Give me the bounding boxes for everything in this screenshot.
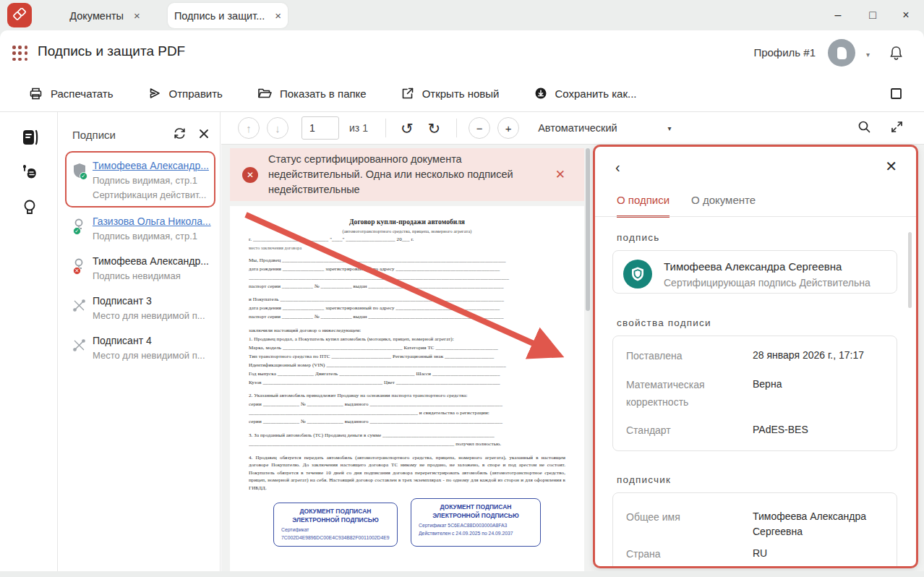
tab-bar: Документы × Подпись и защит... × – □ ×: [0, 0, 924, 30]
window-minimize-button[interactable]: –: [821, 0, 855, 30]
save-as-button[interactable]: Сохранить как...: [534, 87, 637, 100]
signature-item-1[interactable]: ✓ Тимофеева Александр... Подпись видимая…: [62, 160, 217, 200]
folder-icon: [257, 87, 272, 100]
search-icon[interactable]: [857, 120, 871, 137]
details-tabs: О подписи О документе: [617, 194, 756, 218]
signature-name[interactable]: Тимофеева Александр...: [93, 255, 217, 267]
send-button[interactable]: Отправить: [148, 87, 223, 100]
print-button[interactable]: Распечатать: [29, 87, 114, 101]
viewer-scrollbar[interactable]: [586, 148, 590, 311]
attachments-rail-icon[interactable]: [20, 163, 39, 181]
signature-name-link[interactable]: Тимофеева Александр...: [93, 160, 217, 171]
rotate-right-icon[interactable]: ↻: [428, 121, 441, 136]
signature-name[interactable]: Подписант 4: [93, 335, 217, 346]
signature-item-5[interactable]: Подписант 4 Место для невидимой п...: [62, 335, 217, 361]
print-label: Распечатать: [51, 87, 114, 100]
page-up-button[interactable]: ↑: [238, 117, 260, 139]
signature-item-2[interactable]: ✓ Газизова Ольга Никола... Подпись видим…: [62, 215, 217, 242]
tab-documents[interactable]: Документы ×: [43, 3, 166, 28]
show-in-folder-button[interactable]: Показать в папке: [257, 87, 367, 100]
key-error-icon: ✕: [72, 257, 87, 275]
notifications-bell-icon[interactable]: [889, 45, 904, 64]
profile-label: Профиль #1: [753, 46, 816, 59]
signatures-rail-icon[interactable]: [20, 128, 39, 147]
shield-check-icon: ✓: [72, 162, 87, 179]
error-banner-close-icon[interactable]: ✕: [555, 167, 565, 182]
property-row: Поставлена 28 января 2026 г., 17:17: [613, 348, 897, 365]
signature-sub2: Сертификация действит...: [93, 189, 217, 200]
signer-status: Сертифицирующая подпись Действительна: [664, 277, 870, 288]
tab-sign-protect[interactable]: Подпись и защит... ×: [168, 3, 288, 28]
error-icon: ✕: [242, 167, 258, 183]
open-external-icon: [401, 87, 414, 100]
page-count-label: из 1: [349, 122, 368, 134]
section-properties: свойства подписи: [617, 317, 711, 328]
refresh-icon[interactable]: [173, 127, 187, 143]
show-in-folder-label: Показать в папке: [280, 87, 367, 100]
app-header: Подпись и защита PDF Профиль #1 ▾: [0, 30, 924, 75]
window-maximize-button[interactable]: □: [856, 0, 889, 30]
tab-sign-protect-label: Подпись и защит...: [174, 10, 265, 22]
document-toolbar: Распечатать Отправить Показать в папке О…: [0, 75, 924, 112]
window-close-button[interactable]: ×: [889, 0, 923, 30]
page-down-button[interactable]: ↓: [267, 117, 288, 139]
open-new-button[interactable]: Открыть новый: [401, 87, 500, 100]
window-bottom-edge: [0, 571, 924, 577]
page-title: Подпись и защита PDF: [38, 43, 185, 59]
rotate-left-icon[interactable]: ↺: [401, 121, 414, 136]
contract-text: Договор купли-продажи автомобиля(автомот…: [249, 216, 565, 492]
send-label: Отправить: [169, 87, 223, 100]
apps-grid-icon[interactable]: [12, 46, 28, 61]
send-icon: [148, 87, 161, 100]
signatures-panel-title: Подписи: [72, 129, 116, 141]
tab-documents-label: Документы: [69, 10, 124, 22]
signature-name-link[interactable]: Газизова Ольга Никола...: [93, 215, 217, 227]
zoom-in-button[interactable]: +: [497, 117, 519, 139]
property-row: Математическая корректность Верна: [613, 377, 897, 411]
signer-name: Тимофеева Александра Сергеевна: [664, 260, 870, 273]
shield-badge-icon: [623, 260, 652, 288]
subscriber-card: Общее имя Тимофеева Александра Сергеевна…: [612, 492, 897, 568]
signature-sub: Место для невидимой п...: [93, 350, 217, 361]
details-close-icon[interactable]: ✕: [885, 158, 897, 175]
signature-sub: Подпись видимая, стр.1: [93, 175, 217, 186]
no-signature-icon: [72, 337, 87, 354]
signatures-panel: Подписи: [58, 112, 221, 571]
chevron-down-icon: ▾: [668, 124, 672, 132]
tab-documents-close-icon[interactable]: ×: [134, 10, 140, 21]
tab-sign-protect-close-icon[interactable]: ×: [275, 10, 281, 21]
save-icon: [534, 87, 547, 100]
signatures-panel-close-icon[interactable]: [198, 128, 210, 142]
details-scrollbar[interactable]: [908, 232, 912, 308]
zoom-mode-select[interactable]: Автоматический ▾: [538, 122, 672, 134]
signature-item-3[interactable]: ✕ Тимофеева Александр... Подпись невидим…: [62, 255, 217, 281]
signature-item-4[interactable]: Подписант 3 Место для невидимой п...: [62, 295, 217, 321]
page-number-input[interactable]: [301, 116, 339, 140]
signer-card: Тимофеева Александра Сергеевна Сертифици…: [612, 250, 897, 294]
signature-details-panel: ‹ ✕ О подписи О документе подпись Тимофе…: [593, 145, 918, 568]
signature-name[interactable]: Подписант 3: [93, 295, 217, 307]
certificate-rail-icon[interactable]: [20, 197, 39, 216]
section-signature: подпись: [617, 232, 659, 243]
section-subscriber: подписчик: [617, 474, 671, 485]
zoom-mode-value: Автоматический: [538, 122, 617, 134]
panel-toggle-button[interactable]: [890, 87, 902, 100]
pdf-page[interactable]: Договор купли-продажи автомобиля(автомот…: [230, 206, 584, 571]
error-banner: ✕ Статус сертифицированного документа не…: [230, 148, 584, 201]
tab-about-document[interactable]: О документе: [691, 194, 756, 218]
zoom-out-button[interactable]: −: [469, 117, 490, 139]
signature-sub: Место для невидимой п...: [93, 310, 217, 321]
open-new-label: Открыть новый: [422, 87, 500, 100]
save-as-label: Сохранить как...: [555, 87, 637, 100]
subscriber-row: Страна RU: [613, 546, 897, 563]
tab-about-signature[interactable]: О подписи: [617, 194, 670, 218]
properties-card: Поставлена 28 января 2026 г., 17:17 Мате…: [612, 335, 897, 451]
stamp-2: ДОКУМЕНТ ПОДПИСАН ЭЛЕКТРОННОЙ ПОДПИСЬЮ С…: [411, 498, 541, 547]
avatar[interactable]: [828, 39, 855, 67]
signature-stamps: ДОКУМЕНТ ПОДПИСАН ЭЛЕКТРОННОЙ ПОДПИСЬЮ С…: [273, 498, 565, 547]
key-check-icon: ✓: [72, 218, 87, 235]
signature-sub: Подпись видимая, стр.1: [93, 231, 217, 242]
profile-chevron-down-icon[interactable]: ▾: [866, 51, 870, 59]
fullscreen-icon[interactable]: [890, 120, 904, 137]
back-chevron-icon[interactable]: ‹: [615, 159, 620, 176]
